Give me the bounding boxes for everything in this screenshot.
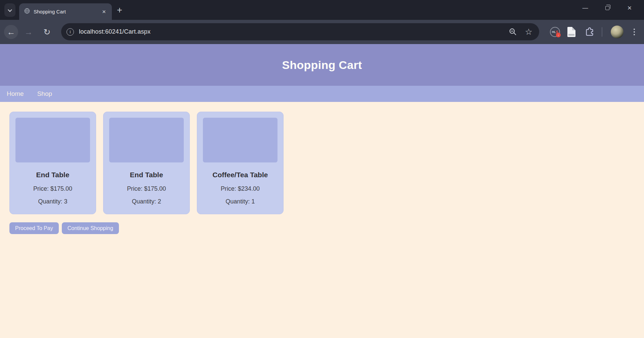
extension-badge: ↓: [556, 33, 561, 37]
cart-items-list: End Table Price: $175.00 Quantity: 3 End…: [9, 112, 644, 214]
hls-extension-icon[interactable]: HLS ↓: [548, 25, 562, 39]
chevron-down-icon: [8, 7, 12, 12]
product-price: Price: $234.00: [197, 185, 283, 192]
globe-favicon-icon: [24, 8, 30, 15]
document-extension-icon[interactable]: [565, 25, 578, 39]
restore-icon: [605, 6, 609, 10]
page-title: Shopping Cart: [282, 59, 362, 72]
cart-item-card: Coffee/Tea Table Price: $234.00 Quantity…: [197, 112, 284, 214]
extensions-puzzle-icon[interactable]: [583, 25, 596, 39]
reload-button[interactable]: ↻: [40, 20, 54, 44]
cart-item-card: End Table Price: $175.00 Quantity: 3: [9, 112, 96, 214]
nav-link-shop[interactable]: Shop: [37, 90, 52, 98]
forward-button[interactable]: →: [21, 20, 36, 44]
product-quantity: Quantity: 2: [103, 198, 189, 205]
toolbar-separator: [602, 27, 602, 37]
nav-link-home[interactable]: Home: [7, 90, 24, 98]
site-nav: Home Shop: [0, 86, 644, 102]
product-image-placeholder: [109, 118, 184, 162]
product-quantity: Quantity: 3: [10, 198, 96, 205]
tab-title: Shopping Cart: [34, 9, 100, 14]
active-tab[interactable]: Shopping Cart ×: [19, 3, 112, 20]
cart-content: End Table Price: $175.00 Quantity: 3 End…: [0, 102, 644, 234]
product-price: Price: $175.00: [10, 185, 96, 192]
tab-strip: Shopping Cart × + — ×: [0, 0, 644, 20]
close-button[interactable]: ×: [618, 0, 641, 16]
forward-icon: →: [25, 28, 33, 36]
continue-shopping-button[interactable]: Continue Shopping: [62, 222, 119, 234]
zoom-level-icon[interactable]: [509, 28, 517, 36]
cart-item-card: End Table Price: $175.00 Quantity: 2: [103, 112, 190, 214]
product-quantity: Quantity: 1: [197, 198, 283, 205]
browser-toolbar: ← → ↻ i localhost:60241/Cart.aspx ☆: [0, 20, 644, 44]
product-name: End Table: [103, 171, 189, 179]
url-text[interactable]: localhost:60241/Cart.aspx: [79, 28, 509, 35]
product-image-placeholder: [203, 118, 277, 162]
product-name: End Table: [10, 171, 96, 179]
bookmark-star-icon[interactable]: ☆: [525, 28, 532, 36]
address-bar[interactable]: i localhost:60241/Cart.aspx ☆: [61, 23, 539, 40]
proceed-to-pay-button[interactable]: Proceed To Pay: [9, 222, 59, 234]
page-banner: Shopping Cart: [0, 44, 644, 86]
new-tab-button[interactable]: +: [114, 4, 125, 16]
minimize-button[interactable]: —: [574, 0, 596, 16]
browser-window: Shopping Cart × + — × ← → ↻ i lo: [0, 0, 644, 338]
back-button[interactable]: ←: [4, 20, 18, 44]
reload-icon: ↻: [44, 28, 51, 36]
product-name: Coffee/Tea Table: [197, 171, 283, 179]
product-price: Price: $175.00: [103, 185, 189, 192]
tab-search-button[interactable]: [4, 3, 15, 17]
product-image-placeholder: [15, 118, 90, 162]
window-controls: — ×: [574, 0, 644, 20]
tab-close-icon[interactable]: ×: [100, 8, 108, 15]
cart-actions: Proceed To Pay Continue Shopping: [9, 222, 644, 234]
profile-avatar[interactable]: [611, 26, 624, 38]
browser-menu-icon[interactable]: [628, 25, 641, 39]
restore-button[interactable]: [596, 0, 618, 16]
web-page: Shopping Cart Home Shop End Table Price:…: [0, 44, 644, 338]
site-info-icon[interactable]: i: [67, 28, 74, 36]
